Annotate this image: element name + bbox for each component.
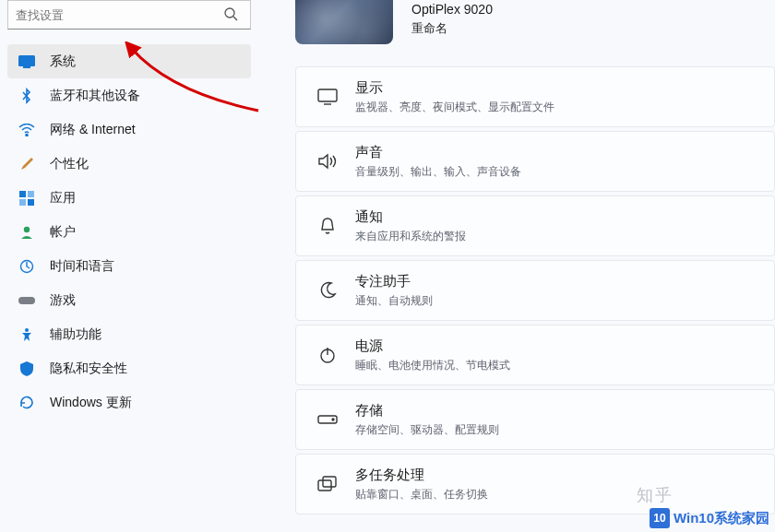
search-container [7,0,251,30]
account-icon [18,224,35,241]
card-title: 存储 [355,402,499,420]
update-icon [18,395,35,411]
sound-icon [311,153,344,170]
sidebar-item-personalization[interactable]: 个性化 [7,147,251,181]
svg-rect-19 [318,480,331,491]
sidebar-item-label: 游戏 [50,292,76,309]
svg-rect-3 [23,66,30,68]
card-title: 显示 [355,79,554,97]
device-name: OptiPlex 9020 [411,2,493,17]
svg-point-9 [24,226,30,231]
svg-rect-8 [28,199,34,206]
card-subtitle: 存储空间、驱动器、配置规则 [355,422,499,438]
accessibility-icon [18,326,35,343]
svg-rect-13 [318,89,337,101]
card-storage[interactable]: 存储 存储空间、驱动器、配置规则 [295,389,775,450]
sidebar-item-label: 系统 [50,53,76,70]
sidebar-item-time-language[interactable]: 时间和语言 [7,249,251,283]
sidebar-item-label: 蓝牙和其他设备 [50,88,140,104]
svg-point-12 [25,328,29,332]
storage-icon [311,413,344,426]
card-display[interactable]: 显示 监视器、亮度、夜间模式、显示配置文件 [295,66,775,127]
sidebar-item-label: 辅助功能 [50,326,101,343]
search-icon [223,6,238,21]
card-subtitle: 睡眠、电池使用情况、节电模式 [355,358,510,373]
card-subtitle: 音量级别、输出、输入、声音设备 [355,164,521,180]
card-title: 电源 [355,337,510,355]
svg-point-18 [332,419,334,420]
card-subtitle: 来自应用和系统的警报 [355,229,466,244]
search-input[interactable] [7,0,251,30]
multitask-icon [311,476,344,492]
shield-icon [18,361,35,377]
gaming-icon [18,292,35,309]
svg-rect-20 [323,477,336,487]
svg-point-0 [225,8,234,18]
bell-icon [311,217,344,235]
sidebar-item-privacy[interactable]: 隐私和安全性 [7,351,251,385]
sidebar-item-label: 网络 & Internet [50,122,136,138]
bluetooth-icon [18,88,35,104]
svg-rect-11 [18,297,35,304]
brush-icon [18,156,35,172]
svg-point-4 [26,134,28,136]
display-icon [311,89,344,105]
brand-logo-icon: 10 [650,508,670,528]
card-title: 通知 [355,208,466,226]
sidebar-item-label: 应用 [50,190,76,207]
watermark-zhihu: 知乎 [637,484,674,506]
device-header: OptiPlex 9020 重命名 [295,0,775,44]
card-title: 多任务处理 [355,467,488,484]
sidebar-item-label: Windows 更新 [50,395,132,411]
globe-clock-icon [18,258,35,275]
sidebar-item-apps[interactable]: 应用 [7,181,251,215]
system-icon [18,53,35,70]
wifi-icon [18,122,35,138]
sidebar-item-label: 隐私和安全性 [50,361,127,377]
card-subtitle: 通知、自动规则 [355,293,433,309]
moon-icon [311,281,344,300]
card-sound[interactable]: 声音 音量级别、输出、输入、声音设备 [295,131,775,192]
sidebar-item-windows-update[interactable]: Windows 更新 [7,385,251,420]
card-title: 声音 [355,144,521,161]
svg-rect-7 [19,199,26,206]
svg-line-1 [233,17,237,20]
card-multitasking[interactable]: 多任务处理 贴靠窗口、桌面、任务切换 [295,454,775,514]
card-focus-assist[interactable]: 专注助手 通知、自动规则 [295,260,775,321]
card-title: 专注助手 [355,273,433,290]
svg-rect-2 [18,55,35,66]
card-notifications[interactable]: 通知 来自应用和系统的警报 [295,195,775,256]
card-power[interactable]: 电源 睡眠、电池使用情况、节电模式 [295,325,775,385]
device-thumbnail [295,0,393,44]
watermark-brand: 10 Win10系统家园 www.qdhuajin.com [650,508,769,528]
svg-rect-5 [19,191,26,197]
card-subtitle: 监视器、亮度、夜间模式、显示配置文件 [355,100,554,115]
device-rename-link[interactable]: 重命名 [411,20,493,37]
sidebar-item-label: 时间和语言 [50,258,114,275]
power-icon [311,346,344,364]
brand-text: Win10系统家园 [674,510,769,527]
sidebar-item-label: 帐户 [50,224,76,241]
svg-rect-6 [28,191,34,197]
sidebar-item-accessibility[interactable]: 辅助功能 [7,317,251,351]
sidebar-item-gaming[interactable]: 游戏 [7,283,251,317]
sidebar-item-accounts[interactable]: 帐户 [7,215,251,249]
card-subtitle: 贴靠窗口、桌面、任务切换 [355,487,488,502]
sidebar-item-network[interactable]: 网络 & Internet [7,112,251,147]
apps-icon [18,190,35,207]
sidebar-item-label: 个性化 [50,156,89,172]
sidebar-item-system[interactable]: 系统 [7,44,251,78]
sidebar-item-bluetooth[interactable]: 蓝牙和其他设备 [7,78,251,112]
